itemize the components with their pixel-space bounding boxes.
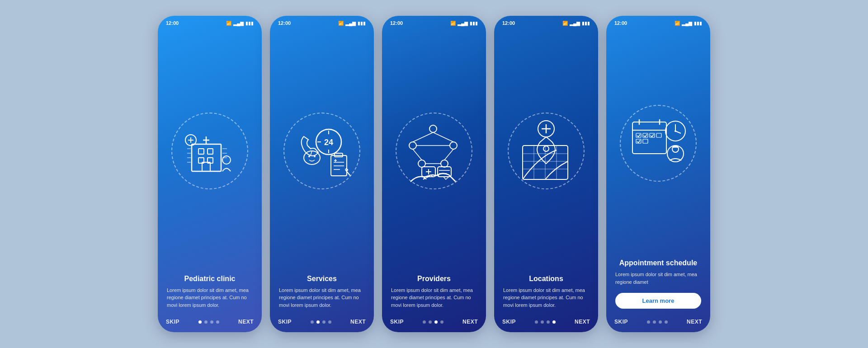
nav-bar-2: SKIP NEXT xyxy=(270,313,374,332)
svg-point-11 xyxy=(222,156,231,164)
screen-body-4: Lorem ipsum dolor sit dim amet, mea regi… xyxy=(503,287,589,309)
status-icons-3: 📶 ▂▄▆ ▮▮▮ xyxy=(450,21,478,26)
time-1: 12:00 xyxy=(166,20,179,26)
dot-3-1 xyxy=(423,320,426,324)
skip-button-2[interactable]: SKIP xyxy=(278,319,292,325)
dot-1-4 xyxy=(216,320,219,324)
signal-icon-3: ▂▄▆ xyxy=(458,21,468,26)
phone-screen-2: 12:00 📶 ▂▄▆ ▮▮▮ 24 xyxy=(270,16,374,332)
dot-4-2 xyxy=(541,320,544,324)
dot-1-3 xyxy=(210,320,213,324)
svg-point-40 xyxy=(441,160,448,167)
next-button-2[interactable]: NEXT xyxy=(350,319,366,325)
svg-line-42 xyxy=(433,132,453,142)
illustration-2: 24 xyxy=(270,28,374,270)
status-icons-1: 📶 ▂▄▆ ▮▮▮ xyxy=(226,21,254,26)
dot-2-1 xyxy=(311,320,314,324)
screens-container: 12:00 📶 ▂▄▆ ▮▮▮ xyxy=(158,16,710,332)
illustration-circle-3 xyxy=(396,113,472,189)
dots-5 xyxy=(647,320,668,324)
appointment-icon xyxy=(623,108,693,179)
illustration-4 xyxy=(494,28,598,270)
dot-2-2 xyxy=(316,320,320,324)
time-3: 12:00 xyxy=(390,20,403,26)
screen-title-5: Appointment schedule xyxy=(615,259,701,267)
wifi-icon-4: 📶 xyxy=(562,21,568,26)
dot-2-4 xyxy=(328,320,331,324)
phone-screen-4: 12:00 📶 ▂▄▆ ▮▮▮ xyxy=(494,16,598,332)
battery-icon-5: ▮▮▮ xyxy=(694,21,702,26)
svg-rect-71 xyxy=(656,133,661,137)
illustration-circle-1 xyxy=(171,113,248,189)
dot-5-4 xyxy=(665,320,668,324)
dot-3-4 xyxy=(440,320,443,324)
illustration-circle-4 xyxy=(508,113,585,189)
illustration-5 xyxy=(606,28,710,254)
phone-screen-1: 12:00 📶 ▂▄▆ ▮▮▮ xyxy=(158,16,262,332)
dot-3-2 xyxy=(429,320,432,324)
svg-point-63 xyxy=(543,146,549,151)
status-bar-2: 12:00 📶 ▂▄▆ ▮▮▮ xyxy=(270,16,374,28)
time-4: 12:00 xyxy=(502,20,515,26)
screen-body-1: Lorem ipsum dolor sit dim amet, mea regi… xyxy=(167,287,253,309)
svg-point-24 xyxy=(304,151,320,165)
illustration-circle-5 xyxy=(620,105,697,182)
skip-button-1[interactable]: SKIP xyxy=(166,319,179,325)
battery-icon-2: ▮▮▮ xyxy=(358,21,366,26)
learn-more-button[interactable]: Learn more xyxy=(615,293,701,309)
skip-button-5[interactable]: SKIP xyxy=(614,319,628,325)
hospital-icon xyxy=(178,119,241,183)
dot-5-1 xyxy=(647,320,650,324)
svg-text:24: 24 xyxy=(324,138,333,147)
svg-rect-0 xyxy=(192,144,221,171)
status-icons-2: 📶 ▂▄▆ ▮▮▮ xyxy=(338,21,366,26)
dot-1-2 xyxy=(204,320,208,324)
next-button-4[interactable]: NEXT xyxy=(575,319,590,325)
svg-point-74 xyxy=(667,146,684,162)
dot-5-2 xyxy=(653,320,656,324)
dots-4 xyxy=(535,320,556,324)
svg-point-37 xyxy=(409,142,416,149)
dots-1 xyxy=(198,320,219,324)
status-bar-3: 12:00 📶 ▂▄▆ ▮▮▮ xyxy=(382,16,486,28)
providers-icon xyxy=(399,116,469,186)
svg-point-39 xyxy=(418,160,425,167)
status-bar-1: 12:00 📶 ▂▄▆ ▮▮▮ xyxy=(158,16,262,28)
next-button-5[interactable]: NEXT xyxy=(687,319,702,325)
dots-2 xyxy=(311,320,331,324)
svg-line-41 xyxy=(413,132,433,142)
nav-bar-5: SKIP NEXT xyxy=(606,313,710,332)
dot-5-3 xyxy=(659,320,662,324)
illustration-1 xyxy=(158,28,262,270)
signal-icon-5: ▂▄▆ xyxy=(682,21,692,26)
signal-icon-2: ▂▄▆ xyxy=(345,21,356,26)
svg-point-36 xyxy=(429,125,437,132)
dot-4-3 xyxy=(547,320,550,324)
text-area-5: Appointment schedule Lorem ipsum dolor s… xyxy=(606,254,710,313)
svg-line-45 xyxy=(444,149,453,160)
svg-rect-2 xyxy=(208,149,213,154)
svg-line-44 xyxy=(413,149,422,160)
skip-button-3[interactable]: SKIP xyxy=(390,319,404,325)
screen-title-2: Services xyxy=(279,275,365,283)
nav-bar-4: SKIP NEXT xyxy=(494,313,598,332)
svg-rect-64 xyxy=(632,122,666,154)
wifi-icon-5: 📶 xyxy=(675,21,680,26)
text-area-3: Providers Lorem ipsum dolor sit dim amet… xyxy=(382,270,486,314)
svg-point-80 xyxy=(675,130,676,132)
svg-rect-1 xyxy=(198,149,204,154)
text-area-2: Services Lorem ipsum dolor sit dim amet,… xyxy=(270,270,374,314)
svg-point-26 xyxy=(314,155,316,157)
phone-screen-5: 12:00 📶 ▂▄▆ ▮▮▮ xyxy=(606,16,710,332)
services-icon: 24 xyxy=(288,117,356,185)
skip-button-4[interactable]: SKIP xyxy=(502,319,516,325)
screen-title-1: Pediatric clinic xyxy=(167,275,253,283)
status-bar-4: 12:00 📶 ▂▄▆ ▮▮▮ xyxy=(494,16,598,28)
next-button-3[interactable]: NEXT xyxy=(462,319,478,325)
wifi-icon-2: 📶 xyxy=(338,21,344,26)
next-button-1[interactable]: NEXT xyxy=(238,319,254,325)
dots-3 xyxy=(423,320,443,324)
dot-2-3 xyxy=(322,320,326,324)
phone-screen-3: 12:00 📶 ▂▄▆ ▮▮▮ xyxy=(382,16,486,332)
text-area-4: Locations Lorem ipsum dolor sit dim amet… xyxy=(494,270,598,314)
